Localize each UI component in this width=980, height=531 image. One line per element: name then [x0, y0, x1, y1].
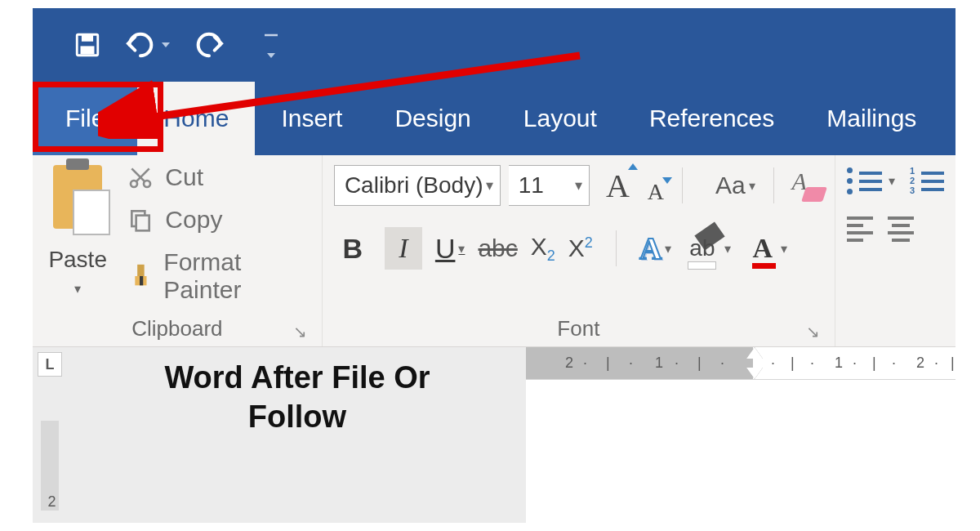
font-size-value: 11	[519, 172, 544, 199]
document-area: L 2 Word After File Or Follow 2 · | · 1 …	[33, 347, 956, 523]
ruler-mark: ·	[853, 355, 857, 372]
cut-button[interactable]: Cut	[126, 163, 310, 191]
horizontal-ruler[interactable]: 2 · | · 1 · | · · | · 1 · | · 2	[526, 347, 956, 380]
ruler-mark: ·	[771, 355, 775, 372]
tab-design[interactable]: Design	[368, 82, 497, 155]
paste-button[interactable]: Paste	[48, 247, 107, 273]
cut-label: Cut	[165, 163, 203, 191]
copy-label: Copy	[165, 206, 222, 234]
ruler-mark: ·	[810, 355, 814, 372]
numbering-lines-icon	[921, 172, 944, 191]
hanging-indent-marker[interactable]	[746, 368, 763, 379]
chevron-down-icon: ▾	[486, 176, 493, 194]
change-case-button[interactable]: Aa ▾	[701, 172, 755, 199]
customize-qat-button[interactable]	[263, 32, 279, 58]
strike-label: abc	[478, 234, 517, 261]
tab-references-label: References	[649, 105, 774, 132]
ruler-mark: ·	[629, 355, 633, 372]
tab-references[interactable]: References	[623, 82, 800, 155]
bullets-button[interactable]: ▾	[847, 167, 895, 194]
group-clipboard-label: Clipboard ↘	[44, 313, 310, 346]
tab-design-label: Design	[394, 105, 470, 132]
copy-icon	[126, 207, 155, 233]
align-center-button[interactable]	[888, 216, 914, 242]
format-painter-label: Format Painter	[163, 248, 310, 304]
align-left-button[interactable]	[847, 216, 873, 242]
annotation-caption: Word After File Or Follow	[164, 359, 430, 436]
chevron-down-icon: ▾	[749, 178, 755, 194]
grow-font-button[interactable]: A	[606, 167, 630, 205]
document-page[interactable]	[526, 380, 956, 523]
highlight-button[interactable]: ab ▾	[689, 235, 731, 261]
ruler-mark: ·	[892, 355, 896, 372]
paste-icon[interactable]	[53, 165, 102, 229]
font-color-swatch	[752, 263, 776, 269]
save-button[interactable]	[74, 31, 101, 59]
chevron-down-icon[interactable]: ▾	[458, 241, 465, 257]
redo-button[interactable]	[193, 31, 225, 59]
shrink-font-button[interactable]: A	[648, 179, 664, 205]
ruler-mark: |	[606, 355, 610, 372]
bullets-icon	[847, 167, 853, 194]
tab-insert[interactable]: Insert	[255, 82, 368, 155]
tab-review[interactable]: Re	[942, 82, 956, 155]
caret-down-icon	[662, 177, 672, 184]
underline-label: U	[435, 233, 456, 265]
font-name-combo[interactable]: Calibri (Body) ▾	[334, 165, 501, 206]
font-color-label: A	[752, 233, 773, 264]
tab-file[interactable]: File	[33, 82, 137, 155]
paste-dropdown[interactable]: ▾	[74, 281, 81, 297]
divider	[682, 167, 683, 203]
ruler-tick: 2	[916, 355, 924, 372]
tab-stop-selector[interactable]: L	[38, 352, 62, 377]
underline-button[interactable]: U ▾	[435, 233, 466, 265]
vertical-ruler[interactable]: 2	[41, 421, 59, 511]
tab-file-label: File	[65, 105, 105, 132]
chevron-down-icon[interactable]: ▾	[724, 241, 731, 257]
clear-formatting-button[interactable]: A	[792, 167, 823, 203]
svg-rect-10	[138, 265, 145, 276]
numbering-button[interactable]: 123	[910, 167, 944, 195]
subscript-button[interactable]: X2	[531, 233, 555, 265]
tab-home-label: Home	[163, 105, 229, 132]
grow-font-label: A	[606, 167, 630, 204]
highlight-label: ab	[689, 235, 715, 261]
superscript-button[interactable]: X2	[568, 234, 593, 262]
group-paragraph: ▾ 123	[835, 155, 956, 346]
svg-rect-12	[140, 276, 143, 285]
font-launcher[interactable]: ↘	[806, 322, 820, 341]
font-color-button[interactable]: A ▾	[752, 233, 787, 264]
copy-button[interactable]: Copy	[126, 206, 310, 234]
group-paragraph-label	[847, 313, 944, 346]
clipboard-launcher[interactable]: ↘	[293, 322, 307, 341]
subscript-sub: 2	[547, 248, 555, 264]
tab-mailings[interactable]: Mailings	[800, 82, 942, 155]
tab-insert-label: Insert	[281, 105, 342, 132]
superscript-sup: 2	[585, 234, 593, 251]
chevron-down-icon[interactable]: ▾	[781, 241, 787, 257]
ruler-tick: 1	[835, 355, 843, 372]
ruler-mark: |	[872, 355, 876, 372]
tab-layout[interactable]: Layout	[497, 82, 623, 155]
ruler-mark: |	[697, 355, 702, 372]
font-size-combo[interactable]: 11 ▾	[509, 165, 590, 206]
ruler-ticks: 2 · | · 1 · | · · | · 1 · | · 2	[526, 347, 956, 379]
undo-dropdown-icon[interactable]	[162, 42, 170, 47]
chevron-down-icon[interactable]: ▾	[889, 173, 895, 189]
eraser-icon	[801, 187, 827, 202]
bullets-lines-icon	[859, 172, 882, 191]
title-bar	[33, 8, 956, 82]
annotation-line2: Follow	[164, 398, 430, 437]
bold-button[interactable]: B	[334, 227, 372, 270]
format-painter-button[interactable]: Format Painter	[126, 248, 310, 304]
subscript-base: X	[531, 233, 547, 260]
ruler-tick: 2	[565, 355, 573, 372]
italic-button[interactable]: I	[385, 227, 422, 270]
text-effects-button[interactable]: A ▾	[639, 230, 671, 266]
undo-button[interactable]	[124, 31, 170, 59]
strikethrough-button[interactable]: abc	[478, 234, 517, 262]
first-line-indent-marker[interactable]	[746, 347, 763, 359]
chevron-down-icon[interactable]: ▾	[665, 241, 671, 257]
ruler-tick: 1	[655, 355, 663, 372]
tab-home[interactable]: Home	[137, 82, 255, 155]
